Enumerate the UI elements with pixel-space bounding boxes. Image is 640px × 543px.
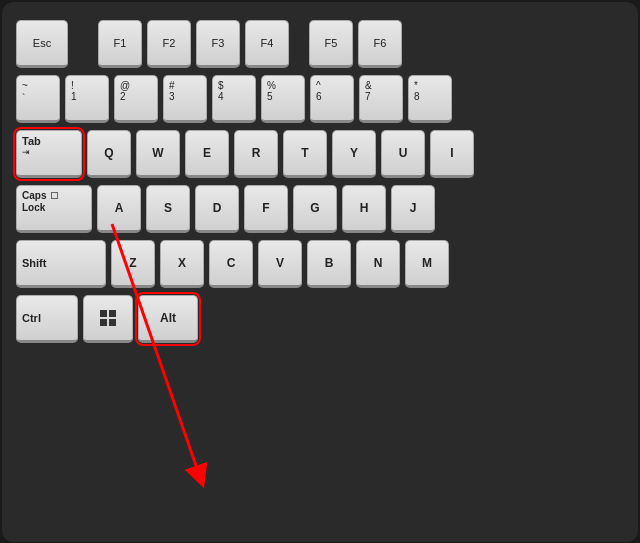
key-c[interactable]: C xyxy=(209,240,253,288)
key-ctrl[interactable]: Ctrl xyxy=(16,295,78,343)
keyboard: Esc F1 F2 F3 F4 F5 F6 ~ ` ! 1 xyxy=(2,2,638,542)
key-7[interactable]: & 7 xyxy=(359,75,403,123)
key-win[interactable] xyxy=(83,295,133,343)
key-shift-left[interactable]: Shift xyxy=(16,240,106,288)
function-row: Esc F1 F2 F3 F4 F5 F6 xyxy=(16,20,620,68)
key-tab[interactable]: Tab ⇥ xyxy=(16,130,82,178)
key-f2[interactable]: F2 xyxy=(147,20,191,68)
key-j[interactable]: J xyxy=(391,185,435,233)
key-f6[interactable]: F6 xyxy=(358,20,402,68)
key-e[interactable]: E xyxy=(185,130,229,178)
key-z[interactable]: Z xyxy=(111,240,155,288)
bottom-row: Ctrl Alt xyxy=(16,295,620,343)
key-6[interactable]: ^ 6 xyxy=(310,75,354,123)
key-s[interactable]: S xyxy=(146,185,190,233)
key-1[interactable]: ! 1 xyxy=(65,75,109,123)
key-a[interactable]: A xyxy=(97,185,141,233)
key-f3[interactable]: F3 xyxy=(196,20,240,68)
key-v[interactable]: V xyxy=(258,240,302,288)
key-2[interactable]: @ 2 xyxy=(114,75,158,123)
key-tilde[interactable]: ~ ` xyxy=(16,75,60,123)
key-capslock[interactable]: Caps Lock xyxy=(16,185,92,233)
number-row: ~ ` ! 1 @ 2 # 3 $ 4 % 5 ^ 6 & 7 xyxy=(16,75,620,123)
key-3[interactable]: # 3 xyxy=(163,75,207,123)
key-u[interactable]: U xyxy=(381,130,425,178)
asdf-row: Caps Lock A S D F G H J xyxy=(16,185,620,233)
key-q[interactable]: Q xyxy=(87,130,131,178)
key-4[interactable]: $ 4 xyxy=(212,75,256,123)
key-g[interactable]: G xyxy=(293,185,337,233)
key-t[interactable]: T xyxy=(283,130,327,178)
zxcv-row: Shift Z X C V B N M xyxy=(16,240,620,288)
qwerty-row: Tab ⇥ Q W E R T Y U I xyxy=(16,130,620,178)
key-n[interactable]: N xyxy=(356,240,400,288)
key-i[interactable]: I xyxy=(430,130,474,178)
key-h[interactable]: H xyxy=(342,185,386,233)
key-x[interactable]: X xyxy=(160,240,204,288)
key-m[interactable]: M xyxy=(405,240,449,288)
windows-icon xyxy=(100,310,116,326)
key-f1[interactable]: F1 xyxy=(98,20,142,68)
key-w[interactable]: W xyxy=(136,130,180,178)
key-d[interactable]: D xyxy=(195,185,239,233)
key-y[interactable]: Y xyxy=(332,130,376,178)
key-f[interactable]: F xyxy=(244,185,288,233)
key-5[interactable]: % 5 xyxy=(261,75,305,123)
key-esc[interactable]: Esc xyxy=(16,20,68,68)
key-8[interactable]: * 8 xyxy=(408,75,452,123)
key-f4[interactable]: F4 xyxy=(245,20,289,68)
key-b[interactable]: B xyxy=(307,240,351,288)
key-f5[interactable]: F5 xyxy=(309,20,353,68)
key-alt[interactable]: Alt xyxy=(138,295,198,343)
key-r[interactable]: R xyxy=(234,130,278,178)
